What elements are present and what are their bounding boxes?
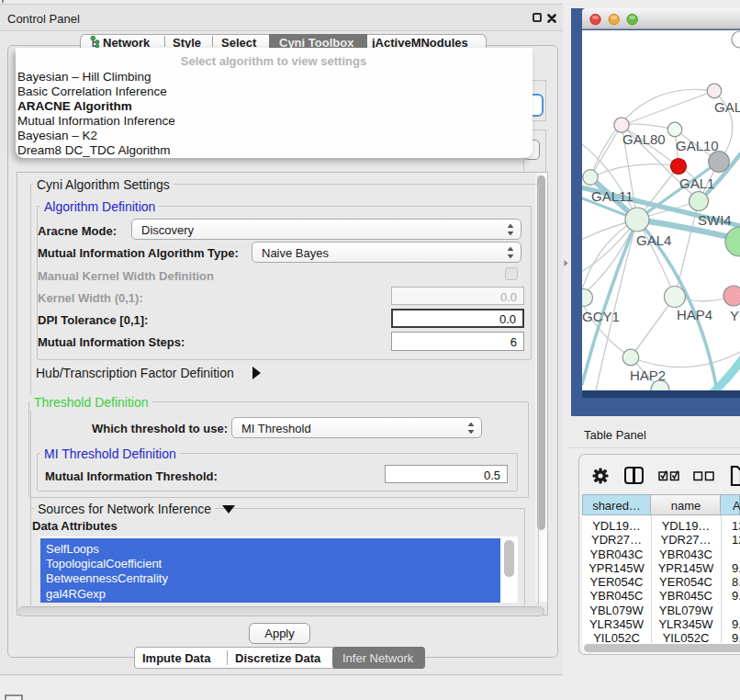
svg-text:GAL11: GAL11 xyxy=(591,188,633,204)
svg-text:HAP2: HAP2 xyxy=(630,367,666,383)
svg-text:Y: Y xyxy=(730,308,739,323)
svg-text:GAL1: GAL1 xyxy=(679,175,714,191)
svg-text:GAL10: GAL10 xyxy=(676,138,719,153)
svg-text:SWI4: SWI4 xyxy=(698,212,732,228)
svg-text:GAL: GAL xyxy=(714,99,740,115)
svg-text:GCY1: GCY1 xyxy=(582,309,620,324)
svg-text:GAL4: GAL4 xyxy=(636,232,671,248)
svg-text:GAL80: GAL80 xyxy=(622,131,666,147)
svg-text:HAP4: HAP4 xyxy=(677,307,712,322)
